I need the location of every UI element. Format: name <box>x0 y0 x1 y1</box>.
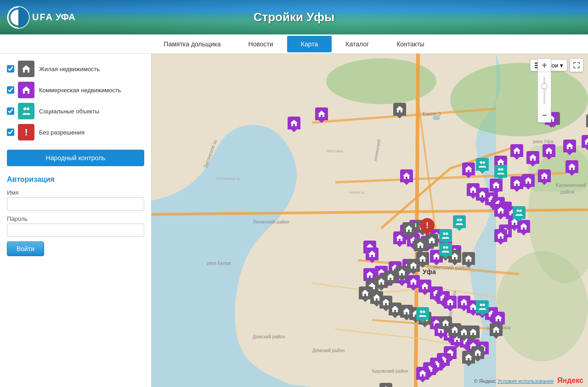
commercial-pin[interactable] <box>400 169 413 182</box>
map-pin[interactable] <box>407 275 420 288</box>
residential-pin[interactable] <box>396 266 408 279</box>
zoom-out-button[interactable]: − <box>537 109 551 123</box>
commercial-pin[interactable] <box>563 140 576 152</box>
nav-pamyatka[interactable]: Памятка дольщика <box>150 36 234 52</box>
social-checkbox[interactable] <box>7 107 14 115</box>
commercial-pin[interactable] <box>444 296 457 308</box>
commercial-pin[interactable] <box>522 174 535 187</box>
map-pin[interactable] <box>402 222 415 235</box>
map-pin[interactable] <box>396 266 408 279</box>
map-pin[interactable] <box>363 268 376 281</box>
commercial-pin[interactable] <box>418 280 431 292</box>
map-pin[interactable] <box>416 367 429 380</box>
map-pin[interactable] <box>565 160 578 173</box>
commercial-pin[interactable] <box>490 179 503 191</box>
social-pin[interactable] <box>476 300 489 313</box>
commercial-pin[interactable] <box>363 268 376 281</box>
commercial-pin[interactable] <box>582 135 588 148</box>
residential-pin[interactable] <box>462 351 475 364</box>
social-pin[interactable] <box>416 307 429 320</box>
nav-novosti[interactable]: Новости <box>235 36 287 52</box>
zoom-in-button[interactable]: + <box>537 58 551 72</box>
map-pin[interactable] <box>315 107 328 120</box>
map-pin[interactable] <box>510 176 523 189</box>
commercial-pin[interactable] <box>407 275 420 288</box>
map-pin[interactable] <box>418 280 431 292</box>
map-pin[interactable] <box>522 174 535 187</box>
residential-pin[interactable] <box>414 238 427 251</box>
commercial-pin[interactable] <box>315 107 328 120</box>
map-pin[interactable] <box>366 247 379 260</box>
commercial-pin[interactable] <box>543 144 555 157</box>
residential-pin[interactable] <box>425 234 438 247</box>
map-pin[interactable] <box>407 259 420 272</box>
residential-pin[interactable] <box>379 383 392 387</box>
social-pin[interactable] <box>494 165 507 178</box>
commercial-pin[interactable] <box>288 117 300 129</box>
unauthorized-pin[interactable]: ! <box>420 218 435 233</box>
map-pin[interactable] <box>425 234 438 247</box>
map-pin[interactable] <box>517 220 530 233</box>
nav-karta[interactable]: Карта <box>287 36 332 52</box>
residential-pin[interactable] <box>586 114 588 127</box>
map-pin[interactable] <box>476 158 489 171</box>
social-pin[interactable] <box>453 215 466 228</box>
password-input[interactable] <box>7 224 144 237</box>
commercial-pin[interactable] <box>416 367 429 380</box>
people-control-button[interactable]: Народный контроль <box>7 150 144 166</box>
commercial-pin[interactable] <box>517 220 530 233</box>
residential-pin[interactable] <box>359 286 372 299</box>
map-pin[interactable] <box>379 383 392 387</box>
map-pin[interactable] <box>582 135 588 148</box>
map-pin[interactable] <box>492 312 505 325</box>
map-pin[interactable]: ! <box>420 218 435 233</box>
residential-pin[interactable] <box>467 325 480 338</box>
map-pin[interactable] <box>462 351 475 364</box>
name-input[interactable] <box>7 197 144 211</box>
map-pin[interactable] <box>288 117 300 129</box>
map-pin[interactable] <box>490 179 503 191</box>
map-container[interactable]: Затонское ш. ленинский Ленинский район С… <box>152 54 588 387</box>
map-pin[interactable] <box>586 114 588 127</box>
map-pin[interactable] <box>462 252 475 265</box>
commercial-pin[interactable] <box>510 176 523 189</box>
commercial-pin[interactable] <box>494 204 507 217</box>
residential-checkbox[interactable] <box>7 65 14 73</box>
map-pin[interactable] <box>538 169 551 182</box>
map-pin[interactable] <box>513 206 526 219</box>
map-pin[interactable] <box>393 103 406 116</box>
commercial-pin[interactable] <box>462 163 475 175</box>
map-pin[interactable] <box>453 215 466 228</box>
map-pin[interactable] <box>462 163 475 175</box>
residential-pin[interactable] <box>462 252 475 265</box>
map-pin[interactable] <box>476 300 489 313</box>
map-pin[interactable] <box>389 303 401 315</box>
commercial-pin[interactable] <box>526 151 539 164</box>
map-pin[interactable] <box>439 229 452 242</box>
social-pin[interactable] <box>476 158 489 171</box>
commercial-pin[interactable] <box>538 169 551 182</box>
map-pin[interactable] <box>416 307 429 320</box>
map-pin[interactable] <box>490 323 503 336</box>
map-pin[interactable] <box>467 325 480 338</box>
map-pin[interactable] <box>563 140 576 152</box>
logo[interactable]: UFA УФА <box>0 6 75 29</box>
commercial-pin[interactable] <box>565 160 578 173</box>
social-pin[interactable] <box>439 243 452 256</box>
unauthorized-checkbox[interactable] <box>7 129 14 136</box>
nav-contacts[interactable]: Контакты <box>383 36 438 52</box>
commercial-pin[interactable] <box>494 229 507 242</box>
map-pin[interactable] <box>444 296 457 308</box>
map-pin[interactable] <box>359 286 372 299</box>
residential-pin[interactable] <box>393 103 406 116</box>
login-button[interactable]: Войти <box>7 241 44 256</box>
commercial-pin[interactable] <box>510 144 523 157</box>
commercial-pin[interactable] <box>366 247 379 260</box>
map-pin[interactable] <box>439 243 452 256</box>
map-pin[interactable] <box>400 169 413 182</box>
map-pin[interactable] <box>494 229 507 242</box>
map-pin[interactable] <box>494 204 507 217</box>
terms-link[interactable]: Условия использования <box>498 378 554 384</box>
nav-catalog[interactable]: Каталог <box>332 36 383 52</box>
residential-pin[interactable] <box>389 303 401 315</box>
